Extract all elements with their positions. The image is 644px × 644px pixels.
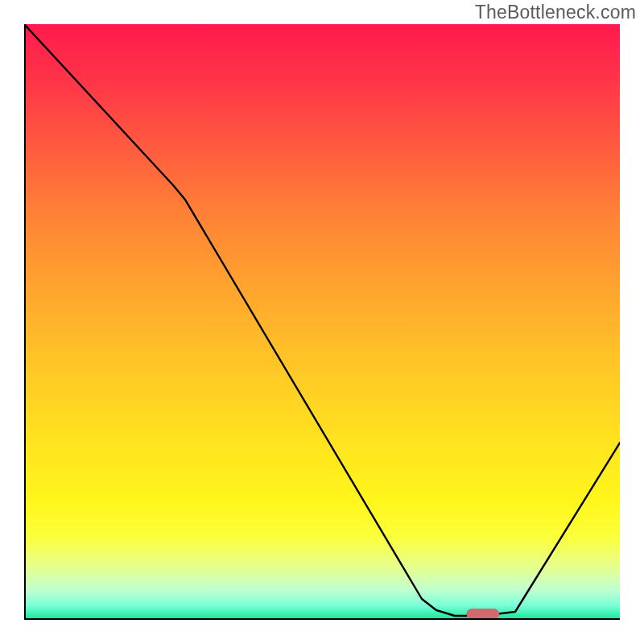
watermark-text: TheBottleneck.com — [475, 2, 636, 23]
optimal-marker — [467, 609, 499, 619]
bottleneck-curve — [24, 24, 620, 616]
y-axis-line — [24, 24, 26, 620]
x-axis-line — [24, 618, 620, 620]
chart-container: TheBottleneck.com — [0, 0, 644, 644]
curve-layer — [24, 24, 620, 620]
plot-area — [24, 24, 620, 620]
